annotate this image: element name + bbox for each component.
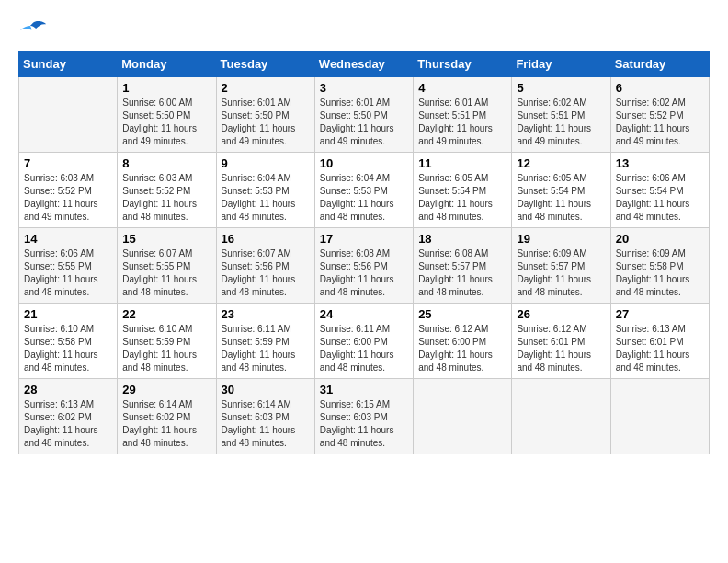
day-number: 26 xyxy=(517,307,605,321)
day-number: 3 xyxy=(320,81,408,95)
calendar-cell: 7Sunrise: 6:03 AM Sunset: 5:52 PM Daylig… xyxy=(19,153,118,228)
calendar-cell: 20Sunrise: 6:09 AM Sunset: 5:58 PM Dayli… xyxy=(610,228,709,304)
calendar-cell: 10Sunrise: 6:04 AM Sunset: 5:53 PM Dayli… xyxy=(314,153,413,228)
day-info: Sunrise: 6:14 AM Sunset: 6:03 PM Dayligh… xyxy=(222,398,310,450)
day-info: Sunrise: 6:02 AM Sunset: 5:52 PM Dayligh… xyxy=(616,97,704,148)
day-info: Sunrise: 6:11 AM Sunset: 5:59 PM Dayligh… xyxy=(222,323,310,374)
day-number: 27 xyxy=(616,307,704,321)
calendar-cell: 24Sunrise: 6:11 AM Sunset: 6:00 PM Dayli… xyxy=(314,304,413,379)
calendar-cell: 28Sunrise: 6:13 AM Sunset: 6:02 PM Dayli… xyxy=(19,379,118,454)
calendar-cell: 4Sunrise: 6:01 AM Sunset: 5:51 PM Daylig… xyxy=(414,77,512,153)
calendar-cell: 13Sunrise: 6:06 AM Sunset: 5:54 PM Dayli… xyxy=(610,153,709,228)
day-number: 1 xyxy=(122,81,210,95)
calendar-cell: 29Sunrise: 6:14 AM Sunset: 6:02 PM Dayli… xyxy=(118,379,216,454)
calendar-cell: 3Sunrise: 6:01 AM Sunset: 5:50 PM Daylig… xyxy=(314,77,413,153)
day-number: 22 xyxy=(122,307,210,321)
calendar-cell: 2Sunrise: 6:01 AM Sunset: 5:50 PM Daylig… xyxy=(216,77,314,153)
day-info: Sunrise: 6:05 AM Sunset: 5:54 PM Dayligh… xyxy=(418,172,506,224)
calendar-cell: 25Sunrise: 6:12 AM Sunset: 6:00 PM Dayli… xyxy=(414,304,512,379)
day-number: 18 xyxy=(418,232,506,246)
weekday-header-wednesday: Wednesday xyxy=(314,52,413,77)
day-number: 2 xyxy=(222,81,310,95)
day-number: 12 xyxy=(517,156,605,170)
weekday-header-row: SundayMondayTuesdayWednesdayThursdayFrid… xyxy=(19,52,710,77)
week-row-2: 7Sunrise: 6:03 AM Sunset: 5:52 PM Daylig… xyxy=(19,153,710,228)
day-number: 17 xyxy=(320,232,408,246)
day-number: 11 xyxy=(418,156,506,170)
day-number: 28 xyxy=(24,383,112,396)
day-number: 19 xyxy=(517,232,605,246)
week-row-4: 21Sunrise: 6:10 AM Sunset: 5:58 PM Dayli… xyxy=(19,304,710,379)
calendar-cell: 23Sunrise: 6:11 AM Sunset: 5:59 PM Dayli… xyxy=(216,304,314,379)
day-number: 23 xyxy=(222,307,310,321)
week-row-1: 1Sunrise: 6:00 AM Sunset: 5:50 PM Daylig… xyxy=(19,77,710,153)
day-number: 30 xyxy=(222,383,310,396)
weekday-header-saturday: Saturday xyxy=(610,52,709,77)
day-info: Sunrise: 6:00 AM Sunset: 5:50 PM Dayligh… xyxy=(122,97,210,148)
calendar-cell: 16Sunrise: 6:07 AM Sunset: 5:56 PM Dayli… xyxy=(216,228,314,304)
day-number: 24 xyxy=(320,307,408,321)
logo-area xyxy=(18,18,46,38)
day-info: Sunrise: 6:03 AM Sunset: 5:52 PM Dayligh… xyxy=(122,172,210,224)
day-number: 31 xyxy=(320,383,408,396)
calendar-cell: 31Sunrise: 6:15 AM Sunset: 6:03 PM Dayli… xyxy=(314,379,413,454)
calendar-cell: 6Sunrise: 6:02 AM Sunset: 5:52 PM Daylig… xyxy=(610,77,709,153)
day-number: 10 xyxy=(320,156,408,170)
weekday-header-sunday: Sunday xyxy=(19,52,118,77)
calendar-cell: 8Sunrise: 6:03 AM Sunset: 5:52 PM Daylig… xyxy=(118,153,216,228)
day-info: Sunrise: 6:06 AM Sunset: 5:54 PM Dayligh… xyxy=(616,172,704,224)
weekday-header-monday: Monday xyxy=(118,52,216,77)
day-number: 25 xyxy=(418,307,506,321)
day-number: 8 xyxy=(122,156,210,170)
logo-bird-icon xyxy=(20,19,46,38)
week-row-3: 14Sunrise: 6:06 AM Sunset: 5:55 PM Dayli… xyxy=(19,228,710,304)
day-info: Sunrise: 6:15 AM Sunset: 6:03 PM Dayligh… xyxy=(320,398,408,450)
day-info: Sunrise: 6:03 AM Sunset: 5:52 PM Dayligh… xyxy=(24,172,112,224)
calendar-cell: 1Sunrise: 6:00 AM Sunset: 5:50 PM Daylig… xyxy=(118,77,216,153)
calendar-cell: 18Sunrise: 6:08 AM Sunset: 5:57 PM Dayli… xyxy=(414,228,512,304)
day-info: Sunrise: 6:08 AM Sunset: 5:57 PM Dayligh… xyxy=(418,247,506,299)
weekday-header-friday: Friday xyxy=(512,52,610,77)
day-info: Sunrise: 6:09 AM Sunset: 5:58 PM Dayligh… xyxy=(616,247,704,299)
day-number: 6 xyxy=(616,81,704,95)
calendar-cell: 22Sunrise: 6:10 AM Sunset: 5:59 PM Dayli… xyxy=(118,304,216,379)
day-info: Sunrise: 6:11 AM Sunset: 6:00 PM Dayligh… xyxy=(320,323,408,374)
day-number: 20 xyxy=(616,232,704,246)
calendar-cell: 27Sunrise: 6:13 AM Sunset: 6:01 PM Dayli… xyxy=(610,304,709,379)
calendar-cell xyxy=(19,77,118,153)
day-number: 7 xyxy=(24,156,112,170)
logo xyxy=(18,18,46,38)
day-info: Sunrise: 6:10 AM Sunset: 5:59 PM Dayligh… xyxy=(122,323,210,374)
calendar-cell: 12Sunrise: 6:05 AM Sunset: 5:54 PM Dayli… xyxy=(512,153,610,228)
day-number: 4 xyxy=(418,81,506,95)
top-bar xyxy=(18,18,710,41)
calendar-cell: 14Sunrise: 6:06 AM Sunset: 5:55 PM Dayli… xyxy=(19,228,118,304)
weekday-header-tuesday: Tuesday xyxy=(216,52,314,77)
day-info: Sunrise: 6:07 AM Sunset: 5:55 PM Dayligh… xyxy=(122,247,210,299)
day-info: Sunrise: 6:13 AM Sunset: 6:01 PM Dayligh… xyxy=(616,323,704,374)
week-row-5: 28Sunrise: 6:13 AM Sunset: 6:02 PM Dayli… xyxy=(19,379,710,454)
day-info: Sunrise: 6:04 AM Sunset: 5:53 PM Dayligh… xyxy=(222,172,310,224)
day-info: Sunrise: 6:01 AM Sunset: 5:51 PM Dayligh… xyxy=(418,97,506,148)
weekday-header-thursday: Thursday xyxy=(414,52,512,77)
calendar-cell: 11Sunrise: 6:05 AM Sunset: 5:54 PM Dayli… xyxy=(414,153,512,228)
day-info: Sunrise: 6:02 AM Sunset: 5:51 PM Dayligh… xyxy=(517,97,605,148)
day-number: 9 xyxy=(222,156,310,170)
day-info: Sunrise: 6:06 AM Sunset: 5:55 PM Dayligh… xyxy=(24,247,112,299)
day-info: Sunrise: 6:10 AM Sunset: 5:58 PM Dayligh… xyxy=(24,323,112,374)
day-info: Sunrise: 6:12 AM Sunset: 6:00 PM Dayligh… xyxy=(418,323,506,374)
day-number: 21 xyxy=(24,307,112,321)
day-info: Sunrise: 6:01 AM Sunset: 5:50 PM Dayligh… xyxy=(222,97,310,148)
calendar-cell: 17Sunrise: 6:08 AM Sunset: 5:56 PM Dayli… xyxy=(314,228,413,304)
day-number: 13 xyxy=(616,156,704,170)
day-info: Sunrise: 6:08 AM Sunset: 5:56 PM Dayligh… xyxy=(320,247,408,299)
day-number: 29 xyxy=(122,383,210,396)
day-number: 16 xyxy=(222,232,310,246)
calendar-cell: 26Sunrise: 6:12 AM Sunset: 6:01 PM Dayli… xyxy=(512,304,610,379)
day-info: Sunrise: 6:01 AM Sunset: 5:50 PM Dayligh… xyxy=(320,97,408,148)
day-info: Sunrise: 6:14 AM Sunset: 6:02 PM Dayligh… xyxy=(122,398,210,450)
day-number: 14 xyxy=(24,232,112,246)
day-info: Sunrise: 6:13 AM Sunset: 6:02 PM Dayligh… xyxy=(24,398,112,450)
calendar-cell: 21Sunrise: 6:10 AM Sunset: 5:58 PM Dayli… xyxy=(19,304,118,379)
calendar-cell: 19Sunrise: 6:09 AM Sunset: 5:57 PM Dayli… xyxy=(512,228,610,304)
